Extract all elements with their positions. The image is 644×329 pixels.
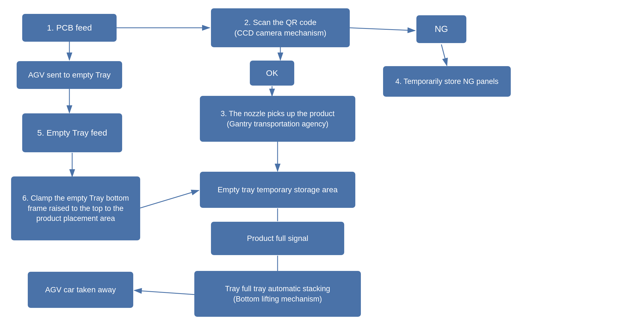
flowchart: 1. PCB feed 2. Scan the QR code(CCD came… xyxy=(0,0,644,329)
node-empty-tray-feed: 5. Empty Tray feed xyxy=(22,113,122,152)
svg-line-10 xyxy=(139,190,199,208)
node-ng-store: 4. Temporarily store NG panels xyxy=(383,66,511,97)
node-nozzle-picks: 3. The nozzle picks up the product(Gantr… xyxy=(200,96,355,142)
node-scan-qr: 2. Scan the QR code(CCD camera mechanism… xyxy=(211,8,350,47)
node-agv-taken: AGV car taken away xyxy=(28,272,133,308)
node-ok-label: OK xyxy=(250,61,294,86)
svg-line-5 xyxy=(441,44,447,66)
node-clamp-empty: 6. Clamp the empty Tray bottomframe rais… xyxy=(11,176,140,240)
node-empty-tray-storage: Empty tray temporary storage area xyxy=(200,172,355,208)
node-ng-label: NG xyxy=(416,15,466,43)
svg-line-13 xyxy=(134,290,194,295)
node-tray-full: Tray full tray automatic stacking(Bottom… xyxy=(194,271,361,317)
node-pcb-feed: 1. PCB feed xyxy=(22,14,117,42)
node-product-full: Product full signal xyxy=(211,222,344,255)
node-agv-sent: AGV sent to empty Tray xyxy=(17,61,122,89)
svg-line-2 xyxy=(350,28,415,31)
